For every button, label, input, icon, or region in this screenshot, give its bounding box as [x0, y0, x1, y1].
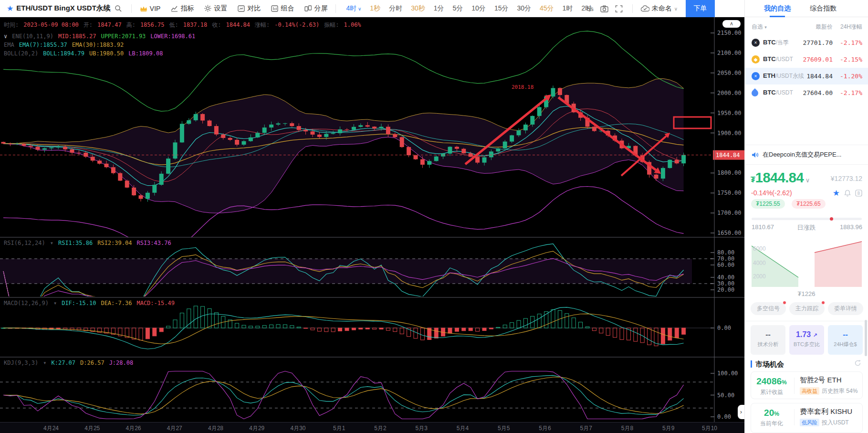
stat-technical-analysis[interactable]: --技术分析 [751, 325, 785, 355]
pair-change: -2.17% [840, 39, 862, 46]
gear-icon [204, 5, 211, 12]
ethx-coin-icon: × [752, 72, 760, 80]
watchlist-header: 自选 ▾ 最新价 24H涨幅 [745, 23, 868, 32]
camera-icon[interactable] [600, 5, 608, 12]
pair-price: 27604.00 [803, 89, 833, 96]
depth-chart[interactable] [752, 239, 862, 289]
toolbar-divider [131, 4, 132, 13]
compare-button[interactable]: 对比 [238, 4, 261, 13]
price-dropdown-caret[interactable]: ∨ [805, 177, 810, 184]
date-label: 4月26 [125, 424, 141, 433]
last-price[interactable]: ₮1844.84 ∨ [751, 170, 810, 186]
pair-price: 1844.84 [806, 73, 833, 80]
market-card-eth[interactable]: 24086% 累计收益 智胜2号 ETH 高收益历史胜率 54% [751, 371, 863, 399]
watchlist-filter[interactable]: 自选 ▾ [752, 23, 767, 31]
timeframe-30秒[interactable]: 30秒 [411, 4, 425, 13]
svg-text:1900.00: 1900.00 [717, 130, 742, 137]
long-short-signal-button[interactable]: 多空信号 [751, 302, 786, 315]
timeframe-30分[interactable]: 30分 [517, 4, 531, 13]
date-label: 5月8 [621, 424, 633, 433]
svg-text:80.00: 80.00 [717, 249, 734, 256]
announcement-banner[interactable]: 在Deepcoin充值交易PEPE... [745, 145, 868, 165]
place-order-button[interactable]: 下单 [686, 0, 715, 17]
sidebar-tabs: 我的自选 综合指数 [744, 0, 868, 17]
trading-app: ★ ETH/USDT BingX USDT永续 VIP 指标 设置 对比 组合 … [0, 0, 868, 433]
date-label: 5月4 [457, 424, 469, 433]
tab-composite-index[interactable]: 综合指数 [810, 0, 837, 17]
indicators-button[interactable]: 指标 [171, 4, 194, 13]
timeframe-分时[interactable]: 分时 [389, 4, 402, 13]
svg-text:1844.84: 1844.84 [716, 152, 740, 158]
svg-text:2100.00: 2100.00 [717, 50, 742, 56]
fullscreen-icon[interactable] [615, 5, 623, 12]
watchlist-row-btc3[interactable]: BTC/USDT27604.00-2.17% [745, 84, 868, 101]
watchlist-row-btc1[interactable]: ◆BTC/USDT27609.01-2.15% [745, 51, 868, 68]
stat-24h-liquidation[interactable]: --24H爆仓$ [828, 325, 863, 355]
day-low: 1810.67 [752, 223, 774, 231]
refresh-icon[interactable] [854, 359, 861, 368]
timeframe-1分[interactable]: 1分 [434, 4, 444, 13]
pair-name: ETH/USDT永续 [763, 72, 804, 80]
day-range-slider [752, 218, 862, 220]
date-label: 4月24 [43, 424, 59, 433]
pair-change: -1.20% [840, 73, 862, 80]
favorite-star-icon[interactable]: ★ [7, 4, 13, 13]
day-high: 1883.96 [840, 223, 862, 231]
b-exchange-icon[interactable]: B [855, 190, 862, 197]
split-screen-button[interactable]: 分屏 [304, 4, 327, 13]
timeframe-45分[interactable]: 45分 [540, 4, 554, 13]
svg-text:40.00: 40.00 [717, 274, 734, 281]
alert-bell-icon[interactable] [844, 190, 851, 197]
date-label: 4月25 [84, 424, 100, 433]
timeframe-1秒[interactable]: 1秒 [370, 4, 380, 13]
stat-btc-long-short-ratio[interactable]: 1.73 ↗ BTC多空比 [789, 325, 824, 355]
expand-panel-button[interactable]: › [738, 405, 744, 419]
save-layout-button[interactable]: 未命名 ∨ [641, 4, 678, 13]
notification-dot [783, 301, 786, 305]
timeframe-5分[interactable]: 5分 [453, 4, 463, 13]
timeframe-10分[interactable]: 10分 [471, 4, 486, 13]
timeframe-4时[interactable]: 4时 ∨ [346, 4, 361, 13]
order-details-button[interactable]: 委单详情 [828, 302, 863, 315]
timeframe-1时[interactable]: 1时 [563, 4, 573, 13]
pair-change: -2.15% [840, 56, 862, 63]
watchlist-row-btc0[interactable]: ×BTC/当季27701.70-2.17% [745, 34, 868, 51]
pair-change: -2.17% [840, 89, 862, 96]
symbol-title[interactable]: ETH/USDT BingX USDT永续 [16, 4, 111, 13]
search-icon[interactable] [115, 5, 122, 12]
market-card-kishu[interactable]: 20% 当前年化 费率套利 KISHU 低风险投入USDT [751, 403, 863, 433]
divider [745, 321, 868, 321]
crown-icon [140, 5, 147, 12]
svg-text:2000.00: 2000.00 [717, 90, 742, 96]
smart-money-tracking-button[interactable]: 主力跟踪 [789, 302, 825, 315]
price-cny: ¥12773.12 [831, 175, 862, 182]
toolbar: ★ ETH/USDT BingX USDT永续 VIP 指标 设置 对比 组合 … [0, 0, 744, 17]
favorite-icon[interactable]: ★ [833, 188, 840, 198]
tab-my-watchlist[interactable]: 我的自选 [764, 0, 791, 17]
depth-tick: 6000 [753, 245, 766, 252]
wheel-coin-icon: × [752, 39, 760, 47]
svg-text:100.00: 100.00 [717, 370, 738, 377]
date-label: 4月28 [208, 424, 223, 433]
date-label: 4月27 [167, 424, 182, 433]
candlestick-chart[interactable]: 1844.842018.182150.002100.002050.002000.… [0, 17, 744, 422]
date-label: 5月1 [333, 424, 345, 433]
settings-button[interactable]: 设置 [204, 4, 227, 13]
svg-text:0.00: 0.00 [717, 413, 731, 420]
collapse-axis-button[interactable]: ∧ [722, 20, 741, 28]
vip-button[interactable]: VIP [140, 5, 161, 12]
chart-area[interactable]: 1844.842018.182150.002100.002050.002000.… [0, 17, 744, 433]
date-axis: 4月244月254月264月274月284月294月305月15月25月35月4… [0, 422, 744, 433]
pair-price: 27609.01 [803, 56, 833, 63]
scrollbar[interactable] [865, 320, 867, 356]
layout-button[interactable]: 组合 [271, 4, 294, 13]
toolbar-divider [632, 4, 633, 13]
sidebar: 自选 ▾ 最新价 24H涨幅 ×BTC/当季27701.70-2.17%◆BTC… [744, 17, 868, 433]
toolbar-right: 5s 未命名 ∨ [587, 0, 683, 17]
watchlist-row-eth2[interactable]: ×ETH/USDT永续1844.84-1.20% [745, 68, 868, 84]
toolbar-divider [335, 4, 336, 13]
date-label: 5月5 [498, 424, 510, 433]
timeframe-15分[interactable]: 15分 [494, 4, 509, 13]
high-yield-tag: 高收益 [800, 387, 819, 395]
date-label: 5月9 [662, 424, 674, 433]
